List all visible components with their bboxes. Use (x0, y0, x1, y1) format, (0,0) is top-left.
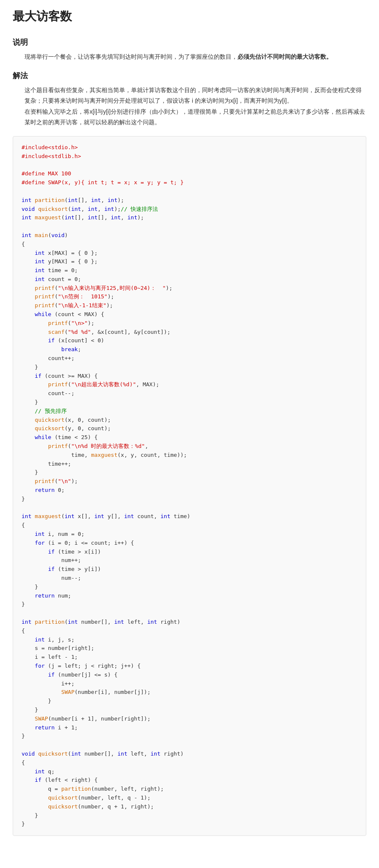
solution-text-1: 这个题目看似有些复杂，其实相当简单，单就计算访客数这个目的，同时考虑同一访客的来… (13, 85, 366, 106)
description-text: 现将举行一个餐会，让访客事先填写到达时间与离开时间，为了掌握座位的数目，必须先估… (13, 52, 366, 62)
solution-section: 解法 这个题目看似有些复杂，其实相当简单，单就计算访客数这个目的，同时考虑同一访… (13, 71, 366, 128)
page-title: 最大访客数 (13, 8, 366, 25)
description-heading: 说明 (13, 37, 366, 47)
code-block: #include<stdio.h> #include<stdlib.h> #de… (13, 136, 366, 836)
description-section: 说明 现将举行一个餐会，让访客事先填写到达时间与离开时间，为了掌握座位的数目，必… (13, 37, 366, 62)
solution-heading: 解法 (13, 71, 366, 81)
solution-text-2: 在资料输入完毕之后，将x[i]与y[i]分别进行排序（由小到大），道理很简单，只… (13, 106, 366, 128)
code-content: #include<stdio.h> #include<stdlib.h> #de… (22, 143, 357, 829)
